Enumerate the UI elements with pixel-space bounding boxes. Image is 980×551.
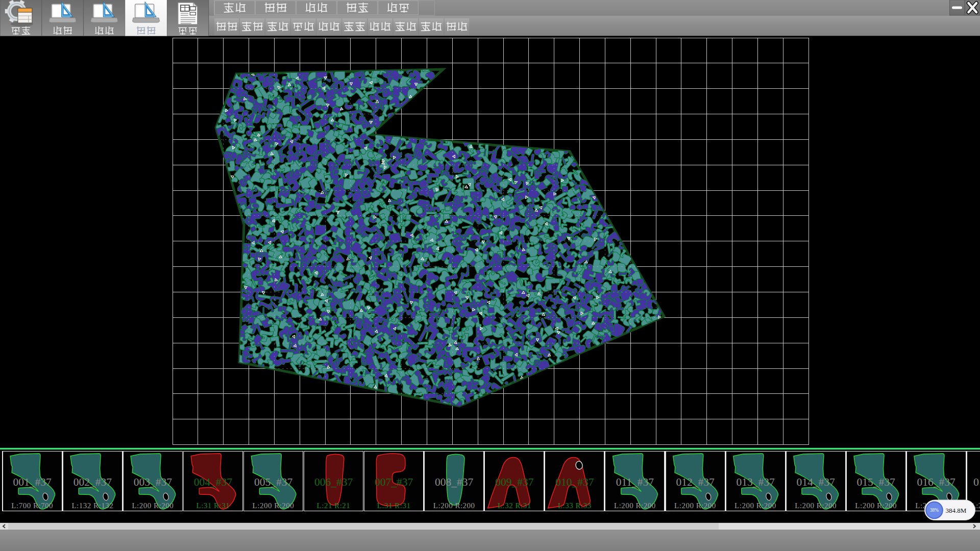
svg-text:38%: 38% [930, 508, 939, 513]
svg-text:006_#37: 006_#37 [314, 476, 353, 488]
svg-text:009_#37: 009_#37 [495, 476, 534, 488]
svg-text:L:200 R:200: L:200 R:200 [674, 502, 716, 510]
svg-text:007_#37: 007_#37 [375, 476, 413, 488]
svg-text:001_#37: 001_#37 [13, 476, 52, 488]
svg-text:008_#37: 008_#37 [435, 476, 474, 488]
svg-text:011_#37: 011_#37 [616, 476, 654, 488]
svg-text:L:21 R:21: L:21 R:21 [317, 502, 351, 510]
svg-text:0: 0 [973, 475, 979, 488]
svg-text:010_#37: 010_#37 [555, 476, 594, 488]
svg-text:L:200 R:200: L:200 R:200 [253, 502, 295, 510]
svg-text:L:31 R:31: L:31 R:31 [197, 502, 230, 510]
svg-text:014_#37: 014_#37 [796, 476, 835, 488]
svg-text:L:32 R:31: L:32 R:31 [498, 502, 531, 510]
svg-text:L:33 R:33: L:33 R:33 [558, 502, 592, 510]
svg-text:L:700 R:700: L:700 R:700 [11, 502, 53, 510]
svg-text:005_#37: 005_#37 [254, 476, 293, 488]
svg-text:L:200 R:200: L:200 R:200 [734, 502, 776, 510]
svg-text:012_#37: 012_#37 [676, 476, 715, 488]
svg-text:L:200 R:200: L:200 R:200 [795, 502, 837, 510]
svg-text:L:200 R:200: L:200 R:200 [614, 502, 656, 510]
svg-text:384.8M: 384.8M [946, 507, 967, 514]
svg-text:L:200 R:200: L:200 R:200 [132, 502, 174, 510]
svg-text:004_#37: 004_#37 [194, 476, 233, 488]
svg-text:L:200 R:200: L:200 R:200 [433, 502, 475, 510]
svg-text:013_#37: 013_#37 [736, 476, 775, 488]
svg-text:003_#37: 003_#37 [134, 476, 173, 488]
svg-text:015_#37: 015_#37 [857, 476, 896, 488]
svg-text:L:132 R:132: L:132 R:132 [71, 502, 113, 510]
svg-text:016_#37: 016_#37 [917, 476, 956, 488]
svg-text:002_#37: 002_#37 [74, 476, 112, 488]
svg-text:L:31 R:31: L:31 R:31 [377, 502, 411, 510]
svg-text:L:200 R:200: L:200 R:200 [855, 502, 897, 510]
